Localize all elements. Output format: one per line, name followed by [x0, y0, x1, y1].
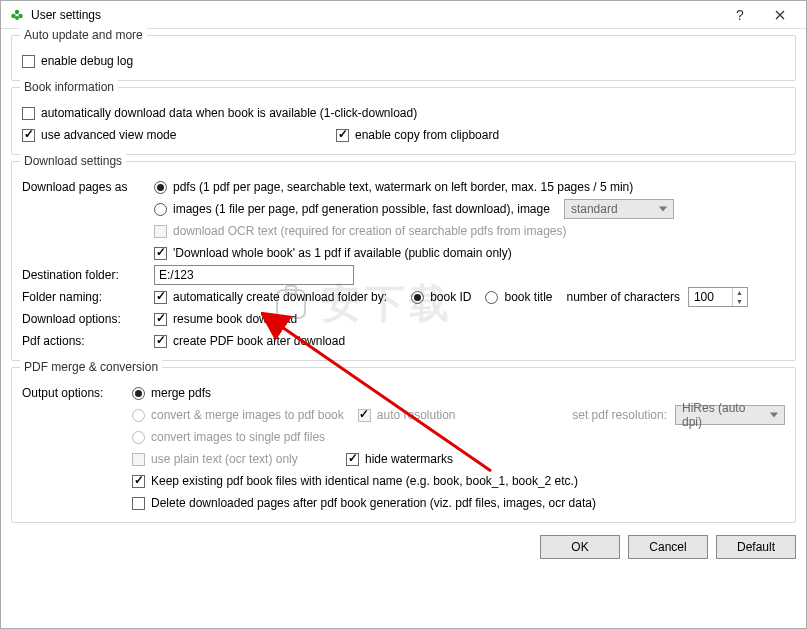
dialog-button-row: OK Cancel Default — [1, 529, 806, 567]
radio-convert-single: convert images to single pdf files — [132, 430, 325, 444]
keep-existing-checkbox[interactable]: Keep existing pdf book files with identi… — [132, 474, 578, 488]
num-chars-spinner[interactable]: 100 ▲▼ — [688, 287, 748, 307]
radio-book-id-label: book ID — [430, 290, 471, 304]
delete-downloaded-checkbox[interactable]: Delete downloaded pages after pdf book g… — [132, 496, 596, 510]
auto-create-folder-label: automatically create download folder by: — [173, 290, 387, 304]
set-pdf-res-label: set pdf resolution: — [572, 408, 667, 422]
group-title-merge: PDF merge & conversion — [20, 360, 162, 374]
auto-resolution-checkbox: auto resolution — [358, 408, 456, 422]
group-title-auto: Auto update and more — [20, 28, 147, 42]
dest-folder-label: Destination folder: — [22, 268, 154, 282]
create-pdf-checkbox[interactable]: create PDF book after download — [154, 334, 345, 348]
content-area: Auto update and more enable debug log Bo… — [1, 29, 806, 523]
radio-book-id[interactable]: book ID — [411, 290, 471, 304]
group-download-settings: Download settings Download pages as pdfs… — [11, 161, 796, 361]
group-title-book: Book information — [20, 80, 118, 94]
radio-merge-pdfs-label: merge pdfs — [151, 386, 211, 400]
resume-download-checkbox[interactable]: resume book download — [154, 312, 297, 326]
whole-book-checkbox[interactable]: 'Download whole book' as 1 pdf if availa… — [154, 246, 512, 260]
num-chars-label: number of characters — [567, 290, 680, 304]
group-title-download: Download settings — [20, 154, 126, 168]
resume-download-label: resume book download — [173, 312, 297, 326]
svg-point-2 — [18, 13, 22, 17]
svg-point-1 — [11, 13, 15, 17]
delete-downloaded-label: Delete downloaded pages after pdf book g… — [151, 496, 596, 510]
cancel-button[interactable]: Cancel — [628, 535, 708, 559]
radio-book-title[interactable]: book title — [485, 290, 552, 304]
auto-resolution-label: auto resolution — [377, 408, 456, 422]
ok-button[interactable]: OK — [540, 535, 620, 559]
create-pdf-label: create PDF book after download — [173, 334, 345, 348]
radio-images[interactable]: images (1 file per page, pdf generation … — [154, 202, 550, 216]
auto-download-label: automatically download data when book is… — [41, 106, 417, 120]
pdf-actions-label: Pdf actions: — [22, 334, 154, 348]
download-ocr-checkbox: download OCR text (required for creation… — [154, 224, 567, 238]
radio-pdfs[interactable]: pdfs (1 pdf per page, searchable text, w… — [154, 180, 633, 194]
group-auto-update: Auto update and more enable debug log — [11, 35, 796, 81]
dest-folder-input[interactable] — [154, 265, 354, 285]
num-chars-value: 100 — [694, 290, 714, 304]
app-icon — [9, 7, 25, 23]
radio-convert-single-label: convert images to single pdf files — [151, 430, 325, 444]
titlebar: User settings ? — [1, 1, 806, 29]
default-button[interactable]: Default — [716, 535, 796, 559]
hide-watermarks-label: hide watermarks — [365, 452, 453, 466]
image-quality-value: standard — [571, 202, 618, 216]
radio-images-label: images (1 file per page, pdf generation … — [173, 202, 550, 216]
folder-naming-label: Folder naming: — [22, 290, 154, 304]
group-pdf-merge: PDF merge & conversion Output options: m… — [11, 367, 796, 523]
window-title: User settings — [31, 8, 720, 22]
radio-convert-merge: convert & merge images to pdf book — [132, 408, 344, 422]
group-book-info: Book information automatically download … — [11, 87, 796, 155]
radio-merge-pdfs[interactable]: merge pdfs — [132, 386, 211, 400]
keep-existing-label: Keep existing pdf book files with identi… — [151, 474, 578, 488]
auto-create-folder-checkbox[interactable]: automatically create download folder by: — [154, 290, 387, 304]
use-plain-checkbox: use plain text (ocr text) only — [132, 452, 332, 466]
download-pages-as-label: Download pages as — [22, 180, 154, 194]
advanced-view-label: use advanced view mode — [41, 128, 176, 142]
image-quality-combo[interactable]: standard — [564, 199, 674, 219]
svg-point-0 — [15, 9, 19, 13]
radio-convert-merge-label: convert & merge images to pdf book — [151, 408, 344, 422]
download-options-label: Download options: — [22, 312, 154, 326]
download-ocr-label: download OCR text (required for creation… — [173, 224, 567, 238]
hide-watermarks-checkbox[interactable]: hide watermarks — [346, 452, 453, 466]
help-button[interactable]: ? — [720, 1, 760, 29]
output-options-label: Output options: — [22, 386, 132, 400]
auto-download-checkbox[interactable]: automatically download data when book is… — [22, 106, 417, 120]
enable-debug-checkbox[interactable]: enable debug log — [22, 54, 133, 68]
pdf-resolution-combo: HiRes (auto dpi) — [675, 405, 785, 425]
close-button[interactable] — [760, 1, 800, 29]
whole-book-label: 'Download whole book' as 1 pdf if availa… — [173, 246, 512, 260]
use-plain-label: use plain text (ocr text) only — [151, 452, 298, 466]
radio-book-title-label: book title — [504, 290, 552, 304]
enable-debug-label: enable debug log — [41, 54, 133, 68]
radio-pdfs-label: pdfs (1 pdf per page, searchable text, w… — [173, 180, 633, 194]
copy-clipboard-label: enable copy from clipboard — [355, 128, 499, 142]
svg-point-3 — [15, 16, 19, 20]
pdf-resolution-value: HiRes (auto dpi) — [682, 401, 766, 429]
advanced-view-checkbox[interactable]: use advanced view mode — [22, 128, 322, 142]
copy-clipboard-checkbox[interactable]: enable copy from clipboard — [336, 128, 499, 142]
